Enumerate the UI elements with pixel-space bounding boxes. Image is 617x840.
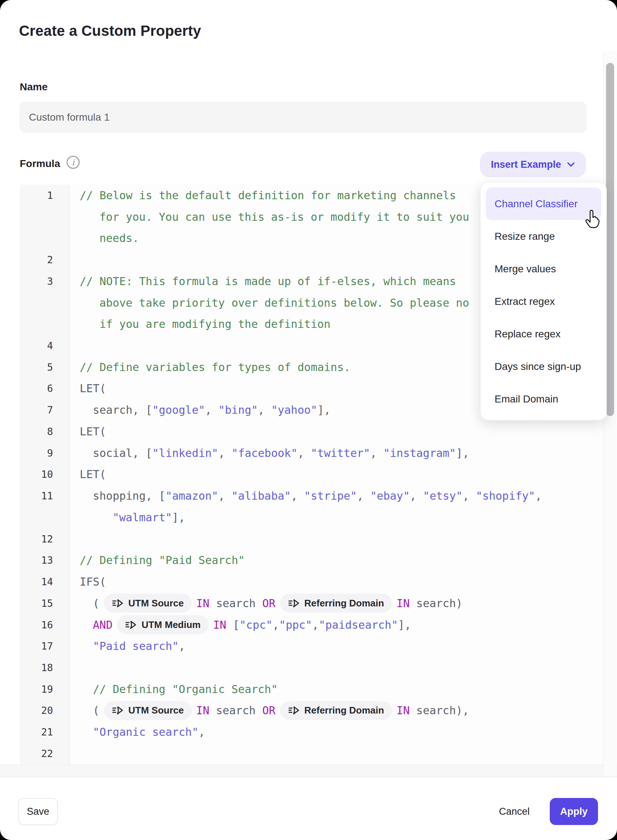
code-string: "amazon" <box>165 489 218 502</box>
apply-button[interactable]: Apply <box>550 798 598 825</box>
code-line-content: LET( <box>69 468 603 481</box>
line-number: 13 <box>20 549 69 571</box>
code-keyword: IN <box>397 704 410 717</box>
code-line: 15(UTM SourceIN search ORReferring Domai… <box>20 592 603 614</box>
code-string: "google" <box>152 403 205 416</box>
line-number: 8 <box>20 421 69 442</box>
code-comment: // Define variables for types of domains… <box>80 361 351 373</box>
code-keyword: OR <box>262 597 275 610</box>
line-number: 20 <box>20 700 69 722</box>
code-text: search <box>210 597 263 610</box>
code-text: search, [ <box>93 403 152 416</box>
code-line: 20(UTM SourceIN search ORReferring Domai… <box>20 700 603 722</box>
code-line: 21"Organic search", <box>20 721 603 743</box>
line-number: 12 <box>20 528 69 550</box>
save-button[interactable]: Save <box>18 798 58 825</box>
property-chip[interactable]: UTM Source <box>104 701 192 720</box>
code-line: 10LET( <box>20 464 603 486</box>
code-text: ], <box>172 511 185 524</box>
code-line-content: LET( <box>69 425 603 438</box>
code-string: "instagram" <box>384 447 456 459</box>
code-string: "paidsearch" <box>319 619 398 631</box>
code-line-content: // Defining "Organic Search" <box>69 683 603 695</box>
insert-example-button[interactable]: Insert Example <box>480 152 586 177</box>
code-comment: for you. You can use this as-is or modif… <box>99 211 469 223</box>
code-string: "Paid search" <box>93 640 179 653</box>
code-keyword: IN <box>213 619 226 631</box>
info-circle-icon[interactable]: i <box>66 156 80 169</box>
line-number: 5 <box>20 356 69 378</box>
cancel-button[interactable]: Cancel <box>490 798 538 825</box>
property-chip[interactable]: UTM Medium <box>117 615 209 634</box>
code-line-content: "Organic search", <box>69 726 603 738</box>
code-line: 17"Paid search", <box>20 635 603 657</box>
line-number: 15 <box>20 592 69 614</box>
fast-cursor-icon <box>112 706 124 715</box>
code-text: , <box>357 489 370 502</box>
dropdown-item-merge-values[interactable]: Merge values <box>486 252 601 285</box>
code-string: "ebay" <box>370 489 410 502</box>
dropdown-item-extract-regex[interactable]: Extract regex <box>486 285 601 317</box>
code-line-content: IFS( <box>69 575 603 588</box>
code-text: , <box>463 489 476 502</box>
fast-cursor-icon <box>112 598 124 608</box>
line-number: 6 <box>20 378 69 400</box>
code-text: LET( <box>80 468 106 481</box>
editor-bottom-strip <box>0 764 617 777</box>
code-comment: // NOTE: This formula is made up of if-e… <box>80 275 456 288</box>
code-text: ], <box>456 447 469 459</box>
code-line: 19// Defining "Organic Search" <box>20 678 603 700</box>
code-line: 13// Defining "Paid Search" <box>20 549 603 571</box>
line-number <box>20 292 69 314</box>
dropdown-item-days-since-sign-up[interactable]: Days since sign-up <box>486 350 601 383</box>
code-text: , <box>291 489 304 502</box>
line-number: 3 <box>20 270 69 292</box>
fast-cursor-icon <box>288 706 300 715</box>
property-chip-label: Referring Domain <box>304 598 384 609</box>
code-comment: needs. <box>99 232 139 245</box>
code-line: 16ANDUTM MediumIN ["cpc","ppc","paidsear… <box>20 614 603 636</box>
code-string: "twitter" <box>311 447 370 459</box>
code-text: IFS( <box>80 575 106 588</box>
code-text: , <box>370 447 384 459</box>
property-chip[interactable]: Referring Domain <box>280 701 392 720</box>
chevron-down-icon <box>567 162 575 167</box>
code-line-content: ANDUTM MediumIN ["cpc","ppc","paidsearch… <box>69 615 603 634</box>
code-comment: // Defining "Organic Search" <box>93 683 278 695</box>
name-input[interactable]: Custom formula 1 <box>20 102 586 133</box>
code-text: [ <box>226 619 239 631</box>
modal-scrollbar-thumb[interactable] <box>606 63 614 416</box>
code-text: ( <box>93 597 99 610</box>
code-string: "yahoo" <box>271 403 317 416</box>
code-text: shopping, [ <box>93 489 165 502</box>
property-chip[interactable]: Referring Domain <box>280 593 392 613</box>
code-line-content: (UTM SourceIN search ORReferring DomainI… <box>69 701 603 720</box>
line-number: 4 <box>20 335 69 356</box>
code-text: , <box>410 489 423 502</box>
line-number <box>20 313 69 335</box>
code-text: , <box>218 447 232 459</box>
code-keyword: IN <box>196 704 210 717</box>
code-text: search), <box>410 704 469 717</box>
code-comment: above take priority over definitions bel… <box>99 297 469 309</box>
code-line: 12 <box>20 528 603 550</box>
code-text: ], <box>398 619 411 631</box>
cursor-pointer-icon <box>583 210 601 229</box>
page-title: Create a Custom Property <box>19 23 201 39</box>
code-comment: // Below is the default definition for m… <box>80 189 456 202</box>
code-line: 11shopping, ["amazon", "alibaba", "strip… <box>20 485 603 506</box>
code-line-content: "Paid search", <box>69 640 603 653</box>
code-string: "facebook" <box>232 447 298 459</box>
dropdown-item-email-domain[interactable]: Email Domain <box>486 383 601 415</box>
property-chip-label: UTM Source <box>128 705 184 716</box>
code-line: 22 <box>20 743 603 764</box>
property-chip[interactable]: UTM Source <box>104 593 192 613</box>
dropdown-item-replace-regex[interactable]: Replace regex <box>486 317 601 350</box>
code-line: 18 <box>20 657 603 678</box>
code-text: search) <box>410 597 463 610</box>
code-text: , <box>298 447 311 459</box>
code-string: "alibaba" <box>232 489 291 502</box>
code-line: 8LET( <box>20 421 603 442</box>
code-text: LET( <box>80 382 106 395</box>
formula-label: Formula <box>20 158 60 170</box>
